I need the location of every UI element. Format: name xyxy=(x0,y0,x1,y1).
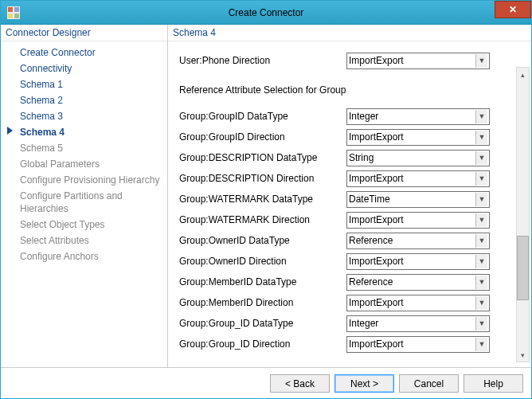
window-title: Create Connector xyxy=(1,7,531,18)
form-dropdown[interactable]: Integer▼ xyxy=(346,108,490,125)
nav-header: Connector Designer xyxy=(1,25,167,41)
dropdown-value: Reference xyxy=(349,276,393,288)
chevron-down-icon: ▼ xyxy=(475,172,487,186)
dropdown-value: ImportExport xyxy=(349,297,404,308)
form-dropdown[interactable]: ImportExport▼ xyxy=(346,253,490,270)
form-label: Group:OwnerID Direction xyxy=(179,256,346,267)
form-label: Group:GroupID Direction xyxy=(179,131,346,143)
form-label: Group:MemberID DataType xyxy=(179,276,346,288)
form-row: Group:OwnerID DataTypeReference▼ xyxy=(179,231,526,250)
form-label: Group:DESCRIPTION Direction xyxy=(179,173,346,184)
chevron-down-icon: ▼ xyxy=(475,110,487,123)
vertical-scrollbar[interactable]: ▴ ▾ xyxy=(516,67,530,362)
content-panel: Schema 4 User:Phone DirectionImportExpor… xyxy=(168,25,531,367)
nav-item[interactable]: Create Connector xyxy=(9,45,167,61)
form-row: Group:MemberID DirectionImportExport▼ xyxy=(179,293,526,312)
scroll-up-button[interactable]: ▴ xyxy=(517,68,529,81)
dropdown-value: String xyxy=(349,152,374,163)
svg-rect-2 xyxy=(14,7,19,12)
dropdown-value: ImportExport xyxy=(349,338,404,350)
form-label: Group:GroupID DataType xyxy=(179,111,346,122)
dropdown-value: Integer xyxy=(349,318,378,329)
form-row: Group:WATERMARK DataTypeDateTime▼ xyxy=(179,190,526,209)
scroll-track[interactable] xyxy=(517,81,529,348)
nav-item[interactable]: Configure Provisioning Hierarchy xyxy=(9,172,167,188)
back-button[interactable]: < Back xyxy=(270,374,330,393)
chevron-down-icon: ▼ xyxy=(475,317,487,331)
nav-item[interactable]: Schema 5 xyxy=(9,140,167,156)
close-icon: ✕ xyxy=(509,4,517,15)
form-label: Group:DESCRIPTION DataType xyxy=(179,152,346,163)
chevron-down-icon: ▼ xyxy=(475,255,487,268)
nav-item[interactable]: Schema 3 xyxy=(9,108,167,124)
titlebar: Create Connector ✕ xyxy=(1,1,531,25)
form-row: Group:GroupID DataTypeInteger▼ xyxy=(179,107,526,126)
form-row: Group:Group_ID DirectionImportExport▼ xyxy=(179,334,526,354)
form-label: User:Phone Direction xyxy=(179,55,346,66)
form-dropdown[interactable]: Reference▼ xyxy=(346,233,490,249)
form-row: Group:OwnerID DirectionImportExport▼ xyxy=(179,252,526,271)
dropdown-value: Integer xyxy=(349,111,378,122)
form-label: Group:OwnerID DataType xyxy=(179,235,346,246)
nav-item[interactable]: Connectivity xyxy=(9,61,167,76)
nav-item[interactable]: Schema 1 xyxy=(9,76,167,92)
form-dropdown[interactable]: ImportExport▼ xyxy=(346,295,490,311)
nav-item[interactable]: Select Attributes xyxy=(9,233,167,248)
chevron-down-icon: ▼ xyxy=(475,131,487,144)
form-dropdown[interactable]: ImportExport▼ xyxy=(346,170,490,187)
form-label: Group:MemberID Direction xyxy=(179,297,346,308)
section-title: Reference Attribute Selection for Group xyxy=(179,84,526,96)
dropdown-value: ImportExport xyxy=(349,173,404,184)
chevron-down-icon: ▼ xyxy=(475,276,487,289)
form-row: User:Phone DirectionImportExport▼ xyxy=(179,51,526,70)
form-dropdown[interactable]: ImportExport▼ xyxy=(346,336,490,353)
scroll-down-button[interactable]: ▾ xyxy=(517,348,529,362)
form-dropdown[interactable]: ImportExport▼ xyxy=(346,129,490,146)
form-row: Group:MemberID DataTypeReference▼ xyxy=(179,272,526,291)
chevron-down-icon: ▼ xyxy=(475,338,487,351)
nav-item[interactable]: Configure Anchors xyxy=(9,248,167,264)
cancel-button[interactable]: Cancel xyxy=(399,374,459,393)
nav-item[interactable]: Global Parameters xyxy=(9,156,167,172)
app-icon xyxy=(7,6,20,19)
form-label: Group:Group_ID Direction xyxy=(179,338,346,350)
content-header: Schema 4 xyxy=(168,25,531,41)
form-dropdown[interactable]: ImportExport▼ xyxy=(346,212,490,229)
chevron-down-icon: ▼ xyxy=(475,213,487,227)
help-button[interactable]: Help xyxy=(464,374,523,393)
form-label: Group:Group_ID DataType xyxy=(179,318,346,329)
nav-item[interactable]: Select Object Types xyxy=(9,217,167,233)
next-button[interactable]: Next > xyxy=(334,374,394,393)
form-row: Group:WATERMARK DirectionImportExport▼ xyxy=(179,210,526,229)
nav-item[interactable]: Schema 2 xyxy=(9,92,167,108)
form-dropdown[interactable]: ImportExport▼ xyxy=(346,53,490,69)
chevron-down-icon: ▼ xyxy=(475,151,487,165)
scroll-thumb[interactable] xyxy=(517,236,529,299)
form-label: Group:WATERMARK DataType xyxy=(179,194,346,205)
form-row: Group:Group_ID DataTypeInteger▼ xyxy=(179,314,526,333)
nav-item[interactable]: Schema 4 xyxy=(9,124,167,140)
chevron-down-icon: ▼ xyxy=(475,54,487,68)
dropdown-value: ImportExport xyxy=(349,131,404,143)
dropdown-value: DateTime xyxy=(349,194,390,205)
form-row: Group:DESCRIPTION DataTypeString▼ xyxy=(179,148,526,167)
svg-rect-3 xyxy=(8,14,13,18)
dropdown-value: ImportExport xyxy=(349,55,404,66)
chevron-down-icon: ▼ xyxy=(475,234,487,248)
nav-item[interactable]: Configure Partitions and Hierarchies xyxy=(9,188,167,217)
chevron-down-icon: ▼ xyxy=(475,296,487,310)
wizard-footer: < Back Next > Cancel Help xyxy=(1,367,531,399)
dropdown-value: ImportExport xyxy=(349,214,404,225)
svg-rect-4 xyxy=(14,14,19,18)
chevron-down-icon: ▼ xyxy=(475,193,487,206)
form-dropdown[interactable]: String▼ xyxy=(346,150,490,166)
form-row: Group:DESCRIPTION DirectionImportExport▼ xyxy=(179,169,526,188)
form-dropdown[interactable]: DateTime▼ xyxy=(346,191,490,208)
dropdown-value: ImportExport xyxy=(349,256,404,267)
dropdown-value: Reference xyxy=(349,235,393,246)
close-button[interactable]: ✕ xyxy=(495,1,531,18)
form-label: Group:WATERMARK Direction xyxy=(179,214,346,225)
form-dropdown[interactable]: Integer▼ xyxy=(346,315,490,332)
form-dropdown[interactable]: Reference▼ xyxy=(346,274,490,291)
nav-panel: Connector Designer Create ConnectorConne… xyxy=(1,25,168,367)
